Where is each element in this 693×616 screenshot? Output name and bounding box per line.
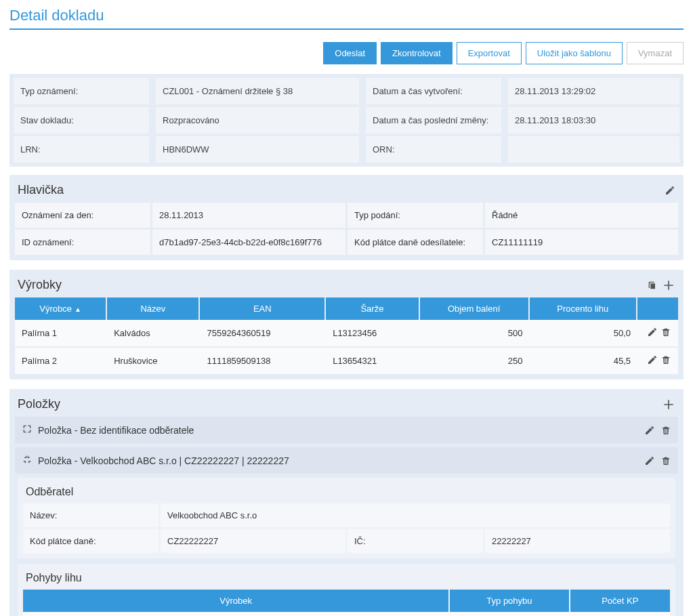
cell-move-product: Palírna 1 | Kalvádos | 7559264360519 | 5…	[23, 612, 450, 616]
cell-batch: L13123456	[326, 320, 420, 348]
customer-label-tax: Kód plátce daně:	[23, 529, 159, 553]
summary-value-modified: 28.11.2013 18:03:30	[508, 107, 679, 134]
customer-value-name: Velkoobchod ABC s.r.o	[161, 504, 670, 527]
cell-maker: Palírna 1	[15, 320, 107, 348]
summary-label-orn: ORN:	[366, 136, 501, 163]
delete-item-icon[interactable]	[660, 455, 671, 466]
cell-batch: L13654321	[326, 348, 420, 374]
page-title: Detail dokladu	[9, 7, 684, 30]
col-move-type[interactable]: Typ pohybu	[450, 590, 570, 612]
cell-alcohol: 50,0	[530, 320, 637, 348]
cell-name: Kalvádos	[107, 320, 200, 348]
send-button[interactable]: Odeslat	[323, 42, 377, 64]
cell-alcohol: 45,5	[530, 348, 637, 374]
product-row: Palírna 2 Hruškovice 1111859509138 L1365…	[15, 348, 678, 374]
cell-move-kp: 500 000	[570, 612, 670, 616]
cell-ean: 1111859509138	[200, 348, 326, 374]
delete-item-icon[interactable]	[660, 425, 671, 436]
moves-card: Pohyby lihu Výrobek Typ pohybu Počet KP …	[18, 564, 675, 616]
header-section: Hlavička Oznámení za den: 28.11.2013 Typ…	[9, 175, 684, 260]
products-title: Výrobky	[18, 278, 62, 292]
summary-label-lrn: LRN:	[14, 136, 149, 163]
item-row-expanded[interactable]: Položka - Velkoobchod ABC s.r.o | CZ2222…	[15, 447, 678, 474]
col-move-kp[interactable]: Počet KP	[570, 590, 670, 612]
col-actions	[637, 297, 678, 320]
move-row: Palírna 1 | Kalvádos | 7559264360519 | 5…	[23, 612, 670, 616]
edit-row-icon[interactable]	[647, 354, 658, 365]
items-section: Položky Položka - Bez identifikace odběr…	[9, 389, 684, 616]
customer-card: Odběratel Název: Velkoobchod ABC s.r.o K…	[18, 478, 675, 558]
header-value-submission-type: Řádné	[485, 203, 678, 228]
save-template-button[interactable]: Uložit jako šablonu	[526, 42, 623, 64]
action-bar: Odeslat Zkontrolovat Exportovat Uložit j…	[9, 42, 684, 64]
summary-label-status: Stav dokladu:	[14, 107, 149, 134]
header-label-sender-tax: Kód plátce daně odesílatele:	[348, 230, 483, 255]
product-row: Palírna 1 Kalvádos 7559264360519 L131234…	[15, 320, 678, 348]
col-move-product[interactable]: Výrobek	[23, 590, 450, 612]
cell-volume: 250	[420, 348, 530, 374]
edit-row-icon[interactable]	[647, 327, 658, 337]
summary-value-orn	[508, 136, 679, 163]
sort-asc-icon: ▲	[75, 306, 81, 313]
cell-maker: Palírna 2	[15, 348, 107, 374]
delete-row-icon[interactable]	[660, 354, 671, 365]
header-label-id: ID oznámení:	[15, 230, 150, 255]
header-label-for-day: Oznámení za den:	[15, 203, 150, 228]
cell-move-type: Volný oběh	[450, 612, 570, 616]
summary-value-type: CZL001 - Oznámení držitele § 38	[156, 78, 359, 104]
cell-ean: 7559264360519	[200, 320, 326, 348]
summary-label-type: Typ oznámení:	[14, 78, 149, 104]
header-value-sender-tax: CZ11111119	[485, 230, 678, 255]
customer-label-name: Název:	[23, 504, 159, 527]
summary-label-modified: Datum a čas poslední změny:	[366, 107, 501, 134]
item-title: Položka - Bez identifikace odběratele	[38, 425, 644, 436]
cell-name: Hruškovice	[107, 348, 200, 374]
summary-value-created: 28.11.2013 13:29:02	[508, 78, 679, 104]
expand-icon[interactable]	[22, 424, 34, 436]
header-value-for-day: 28.11.2013	[152, 203, 345, 228]
item-title: Položka - Velkoobchod ABC s.r.o | CZ2222…	[38, 455, 644, 466]
check-button[interactable]: Zkontrolovat	[381, 42, 453, 64]
products-section: Výrobky Výrobce▲ Název EAN Šarže Objem b…	[9, 270, 684, 379]
summary-value-lrn: HBN6DWW	[156, 136, 359, 163]
header-label-submission-type: Typ podání:	[348, 203, 483, 228]
duplicate-product-icon[interactable]	[647, 280, 658, 291]
export-button[interactable]: Exportovat	[457, 42, 522, 64]
customer-value-ic: 22222227	[485, 529, 670, 553]
edit-header-icon[interactable]	[665, 185, 675, 196]
customer-value-tax: CZ22222227	[161, 529, 345, 553]
edit-item-icon[interactable]	[644, 455, 655, 466]
col-ean[interactable]: EAN	[200, 297, 326, 320]
customer-title: Odběratel	[23, 483, 670, 504]
products-table: Výrobce▲ Název EAN Šarže Objem balení Pr…	[15, 297, 678, 374]
collapse-icon[interactable]	[22, 454, 34, 467]
cell-volume: 500	[420, 320, 530, 348]
col-name[interactable]: Název	[107, 297, 200, 320]
customer-label-ic: IČ:	[348, 529, 483, 553]
col-alcohol[interactable]: Procento lihu	[530, 297, 637, 320]
items-title: Položky	[18, 397, 60, 411]
delete-row-icon[interactable]	[660, 327, 671, 337]
col-batch[interactable]: Šarže	[326, 297, 420, 320]
summary-label-created: Datum a čas vytvoření:	[366, 78, 501, 104]
clear-button: Vymazat	[627, 42, 684, 64]
col-volume[interactable]: Objem balení	[420, 297, 530, 320]
summary-card: Typ oznámení: CZL001 - Oznámení držitele…	[9, 74, 684, 167]
edit-item-icon[interactable]	[644, 425, 655, 436]
item-row-collapsed[interactable]: Položka - Bez identifikace odběratele	[15, 417, 678, 443]
moves-title: Pohyby lihu	[23, 569, 670, 590]
add-product-icon[interactable]	[662, 279, 675, 292]
add-item-icon[interactable]	[662, 398, 675, 411]
moves-table: Výrobek Typ pohybu Počet KP Palírna 1 | …	[23, 590, 670, 616]
header-value-id: d7b1ad97-25e3-44cb-b22d-e0f8c169f776	[152, 230, 345, 255]
header-section-title: Hlavička	[18, 183, 64, 197]
summary-value-status: Rozpracováno	[156, 107, 359, 134]
col-maker[interactable]: Výrobce▲	[15, 297, 107, 320]
